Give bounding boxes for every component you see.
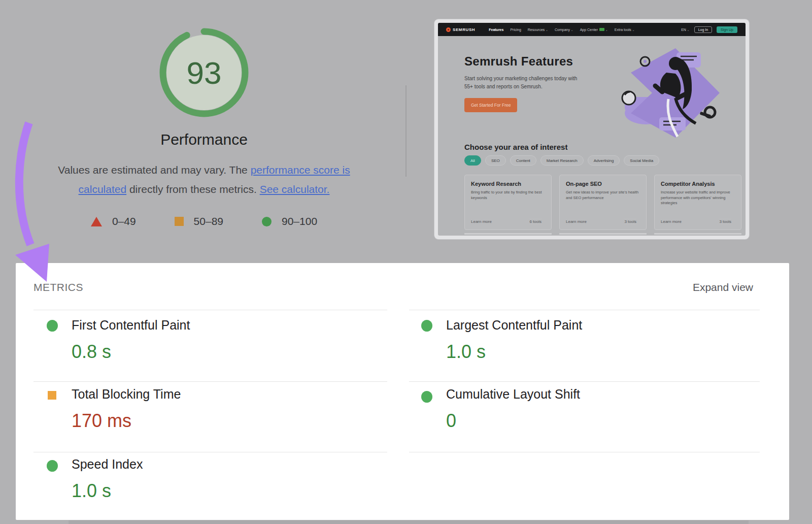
performance-label: Performance <box>42 131 366 148</box>
metric-label-cls: Cumulative Layout Shift <box>446 387 580 402</box>
semrush-brand: SEMRUSH <box>446 27 475 32</box>
semrush-navbar: SEMRUSH Features Pricing Resources Compa… <box>438 23 746 36</box>
semrush-logo-icon <box>446 27 451 32</box>
app-center-badge <box>599 28 604 31</box>
interest-pill-row: All SEO Content Market Research Advertis… <box>464 155 659 166</box>
divider <box>409 310 760 310</box>
next-card-edge <box>464 233 552 235</box>
learn-more-link: Learn more <box>661 219 682 224</box>
legend-item-poor: 0–49 <box>91 215 136 227</box>
navbar-right: EN Log In Sign Up <box>681 26 737 33</box>
feature-card-keyword-research: Keyword Research Bring traffic to your s… <box>464 175 552 230</box>
card-description: Get new ideas to improve your site's hea… <box>566 190 640 201</box>
pill-seo: SEO <box>485 155 506 166</box>
orange-square-icon <box>175 217 184 226</box>
metric-value-cls: 0 <box>446 410 456 432</box>
metric-value-lcp: 1.0 s <box>446 341 486 363</box>
feature-card-row: Keyword Research Bring traffic to your s… <box>464 175 741 230</box>
semrush-hero-subtitle: Start solving your marketing challenges … <box>464 75 581 91</box>
pill-market-research: Market Research <box>540 155 584 166</box>
red-triangle-icon <box>91 217 102 226</box>
learn-more-link: Learn more <box>471 219 492 224</box>
legend-range-average: 50–89 <box>194 215 223 227</box>
disclaimer-text-pre: Values are estimated and may vary. The <box>58 164 250 176</box>
signup-button: Sign Up <box>717 26 737 33</box>
next-card-edge <box>654 233 741 235</box>
semrush-page-preview: SEMRUSH Features Pricing Resources Compa… <box>438 23 746 236</box>
legend-range-poor: 0–49 <box>112 215 136 227</box>
divider <box>409 381 760 382</box>
pill-social-media: Social Media <box>624 155 659 166</box>
nav-item-app-center: App Center <box>580 28 608 31</box>
nav-item-features: Features <box>489 28 503 31</box>
language-selector: EN <box>681 28 689 31</box>
legend-item-good: 90–100 <box>262 215 317 227</box>
nav-item-resources: Resources <box>528 28 548 31</box>
see-calculator-link[interactable]: See calculator. <box>260 183 330 195</box>
semrush-hero-title: Semrush Features <box>464 54 573 69</box>
score-legend: 0–49 50–89 90–100 <box>42 215 366 227</box>
good-metric-icon <box>421 391 432 403</box>
feature-card-competitor-analysis: Competitor Analysis Increase your websit… <box>654 175 741 230</box>
nav-item-pricing: Pricing <box>510 28 521 31</box>
divider <box>33 452 387 452</box>
card-description: Bring traffic to your site by finding th… <box>471 190 545 201</box>
metric-value-fcp: 0.8 s <box>72 341 111 363</box>
tools-count-badge: 3 tools <box>621 218 640 225</box>
metric-value-speed-index: 1.0 s <box>72 480 111 502</box>
legend-range-good: 90–100 <box>282 215 317 227</box>
card-title: On-page SEO <box>566 181 640 187</box>
learn-more-link: Learn more <box>566 219 587 224</box>
metrics-section-title: METRICS <box>33 281 83 293</box>
pill-content: Content <box>510 155 536 166</box>
green-circle-icon <box>262 217 272 226</box>
divider <box>33 381 387 382</box>
next-section-edge <box>69 520 749 524</box>
good-metric-icon <box>421 320 432 332</box>
section-divider <box>405 85 407 177</box>
divider <box>409 452 760 452</box>
card-title: Keyword Research <box>471 181 545 187</box>
next-card-edge <box>559 233 647 235</box>
nav-item-extra-tools: Extra tools <box>615 28 635 31</box>
pill-all: All <box>464 155 481 166</box>
get-started-button: Get Started For Free <box>464 98 517 112</box>
feature-card-onpage-seo: On-page SEO Get new ideas to improve you… <box>559 175 647 230</box>
tools-count-badge: 3 tools <box>716 218 735 225</box>
expand-view-button[interactable]: Expand view <box>693 281 753 293</box>
semrush-brand-name: SEMRUSH <box>453 27 475 32</box>
page-screenshot-thumbnail[interactable]: SEMRUSH Features Pricing Resources Compa… <box>434 19 749 239</box>
metric-value-tbt: 170 ms <box>72 410 131 432</box>
choose-interest-title: Choose your area of interest <box>464 143 567 151</box>
legend-item-average: 50–89 <box>175 215 223 227</box>
average-metric-icon <box>48 391 56 400</box>
pill-advertising: Advertising <box>588 155 620 166</box>
tools-count-badge: 6 tools <box>526 218 545 225</box>
good-metric-icon <box>47 460 58 472</box>
metric-label-tbt: Total Blocking Time <box>72 387 181 402</box>
score-disclaimer: Values are estimated and may vary. The p… <box>42 160 366 199</box>
performance-score: 93 <box>158 27 250 118</box>
semrush-hero-illustration <box>616 37 727 146</box>
metric-label-fcp: First Contentful Paint <box>72 318 190 333</box>
card-title: Competitor Analysis <box>661 181 735 187</box>
good-metric-icon <box>47 320 58 332</box>
metrics-panel: METRICS Expand view First Contentful Pai… <box>16 263 789 520</box>
disclaimer-text-mid: directly from these metrics. <box>126 183 260 195</box>
divider <box>33 310 387 310</box>
card-description: Increase your website traffic and improv… <box>661 190 735 206</box>
nav-item-company: Company <box>555 28 573 31</box>
metric-label-speed-index: Speed Index <box>72 457 143 472</box>
metric-label-lcp: Largest Contentful Paint <box>446 318 582 333</box>
login-button: Log In <box>694 26 712 33</box>
